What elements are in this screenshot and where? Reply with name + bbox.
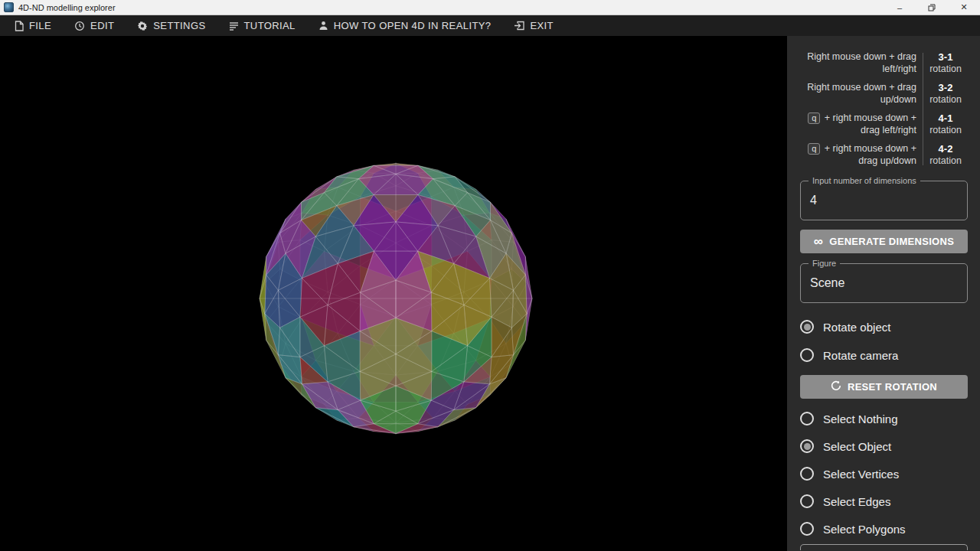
titlebar: 4D-ND modelling explorer – ✕ bbox=[0, 0, 980, 15]
close-button[interactable]: ✕ bbox=[948, 0, 980, 15]
radio-rotate-camera[interactable]: Rotate camera bbox=[800, 347, 968, 363]
shortcut-actions-column: 3-1rotation 3-2rotation 4-1rotation 4-2r… bbox=[923, 51, 968, 167]
radio-select-object-label: Select Object bbox=[823, 440, 891, 453]
radio-rotate-object[interactable]: Rotate object bbox=[800, 319, 968, 334]
radio-select-edges[interactable]: Select Edges bbox=[800, 494, 968, 509]
shortcut-keys: Right mouse down + drag up/down bbox=[800, 82, 916, 106]
radio-select-object[interactable]: Select Object bbox=[800, 439, 968, 454]
radio-circle bbox=[800, 439, 814, 453]
menu-tutorial[interactable]: TUTORIAL bbox=[217, 15, 307, 36]
radio-circle bbox=[800, 320, 814, 334]
q-keycap: q bbox=[808, 143, 820, 155]
radio-select-vertices-label: Select Vertices bbox=[823, 468, 899, 481]
radio-circle bbox=[800, 467, 814, 481]
polytope-figure bbox=[0, 36, 787, 551]
radio-select-edges-label: Select Edges bbox=[823, 495, 890, 508]
radio-rotate-object-label: Rotate object bbox=[823, 321, 890, 334]
radio-circle bbox=[800, 348, 814, 362]
radio-circle bbox=[800, 494, 814, 508]
reset-rotation-button[interactable]: RESET ROTATION bbox=[800, 375, 968, 399]
generate-dimensions-button[interactable]: ∞ GENERATE DIMENSIONS bbox=[800, 230, 968, 253]
shortcut-action: 4-2rotation bbox=[923, 143, 968, 167]
menu-edit-label: EDIT bbox=[90, 20, 114, 31]
q-keycap: q bbox=[808, 112, 820, 124]
generate-dimensions-label: GENERATE DIMENSIONS bbox=[829, 236, 954, 247]
menubar: FILE EDIT SETTINGS TUTORIAL bbox=[0, 15, 980, 36]
maximize-button[interactable] bbox=[916, 0, 948, 15]
minimize-button[interactable]: – bbox=[884, 0, 916, 15]
figure-input-value: Scene bbox=[810, 276, 844, 290]
radio-select-polygons-label: Select Polygons bbox=[823, 523, 906, 536]
shortcut-action: 4-1rotation bbox=[923, 112, 968, 136]
radio-rotate-camera-label: Rotate camera bbox=[823, 349, 898, 362]
person-icon bbox=[318, 21, 328, 31]
shortcut-action: 3-1rotation bbox=[923, 51, 968, 75]
partially-visible-control[interactable] bbox=[800, 544, 968, 550]
window-title: 4D-ND modelling explorer bbox=[18, 3, 116, 12]
menu-exit[interactable]: EXIT bbox=[502, 15, 565, 36]
figure-input[interactable]: Figure Scene bbox=[800, 263, 968, 303]
menu-how-to-open-4d[interactable]: HOW TO OPEN 4D IN REALITY? bbox=[307, 15, 503, 36]
infinity-icon: ∞ bbox=[814, 235, 823, 248]
reset-rotation-label: RESET ROTATION bbox=[848, 381, 937, 393]
shortcut-keys: Right mouse down + drag left/right bbox=[800, 51, 916, 75]
menu-file-label: FILE bbox=[29, 20, 51, 31]
radio-circle bbox=[800, 412, 814, 425]
viewport-canvas[interactable] bbox=[0, 36, 787, 551]
radio-circle bbox=[800, 522, 814, 536]
history-icon bbox=[74, 21, 85, 31]
figure-input-label: Figure bbox=[808, 259, 840, 268]
menu-tutorial-label: TUTORIAL bbox=[244, 20, 296, 31]
app-window: 4D-ND modelling explorer – ✕ FILE EDIT bbox=[0, 0, 980, 551]
dimensions-input-label: Input number of dimensions bbox=[808, 176, 920, 185]
list-icon bbox=[229, 21, 239, 31]
menu-file[interactable]: FILE bbox=[3, 15, 63, 36]
dimensions-input-value: 4 bbox=[810, 194, 817, 207]
app-icon bbox=[4, 2, 14, 12]
menu-exit-label: EXIT bbox=[530, 20, 554, 31]
menu-how-to-label: HOW TO OPEN 4D IN REALITY? bbox=[334, 20, 492, 31]
window-controls: – ✕ bbox=[884, 0, 980, 15]
reset-icon bbox=[831, 380, 841, 393]
radio-select-vertices[interactable]: Select Vertices bbox=[800, 466, 968, 481]
shortcut-keys-column: Right mouse down + drag left/right Right… bbox=[800, 51, 916, 167]
radio-select-nothing[interactable]: Select Nothing bbox=[800, 411, 968, 426]
exit-icon bbox=[514, 21, 524, 31]
menu-edit[interactable]: EDIT bbox=[63, 15, 126, 36]
gear-icon bbox=[137, 21, 148, 31]
shortcut-keys: q + right mouse down + drag left/right bbox=[800, 112, 916, 136]
maximize-icon bbox=[928, 4, 936, 11]
file-icon bbox=[15, 21, 24, 31]
dimensions-input[interactable]: Input number of dimensions 4 bbox=[800, 181, 968, 220]
menu-settings-label: SETTINGS bbox=[153, 20, 205, 31]
shortcut-help: Right mouse down + drag left/right Right… bbox=[800, 51, 968, 167]
shortcut-keys: q + right mouse down + drag up/down bbox=[800, 143, 916, 167]
radio-select-polygons[interactable]: Select Polygons bbox=[800, 521, 968, 536]
sidebar-panel: Right mouse down + drag left/right Right… bbox=[787, 36, 980, 551]
radio-select-nothing-label: Select Nothing bbox=[823, 412, 898, 425]
menu-settings[interactable]: SETTINGS bbox=[126, 15, 217, 36]
shortcut-action: 3-2rotation bbox=[923, 82, 968, 106]
